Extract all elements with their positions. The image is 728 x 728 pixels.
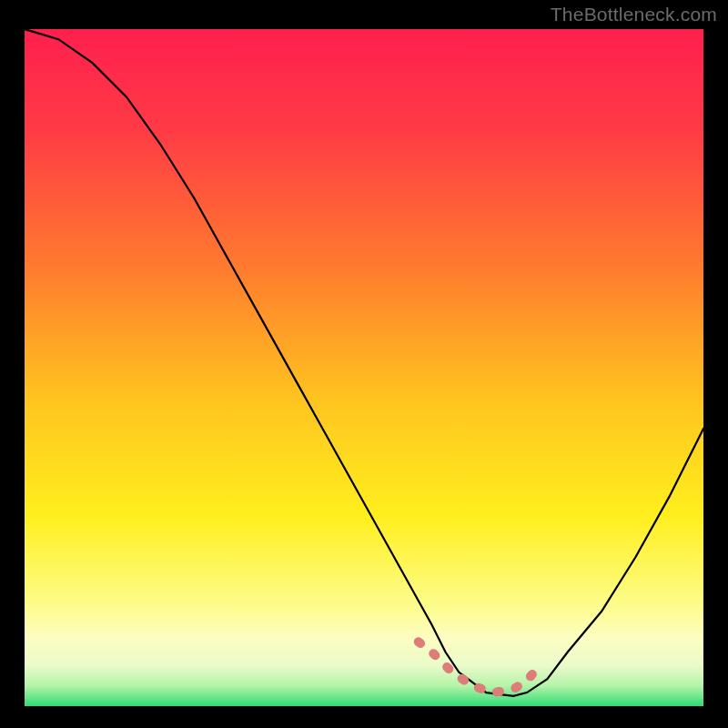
watermark-text: TheBottleneck.com [551,4,717,25]
plot-background [25,29,703,706]
chart-svg [0,0,728,728]
chart-frame: { "watermark": "TheBottleneck.com", "cha… [0,0,728,728]
